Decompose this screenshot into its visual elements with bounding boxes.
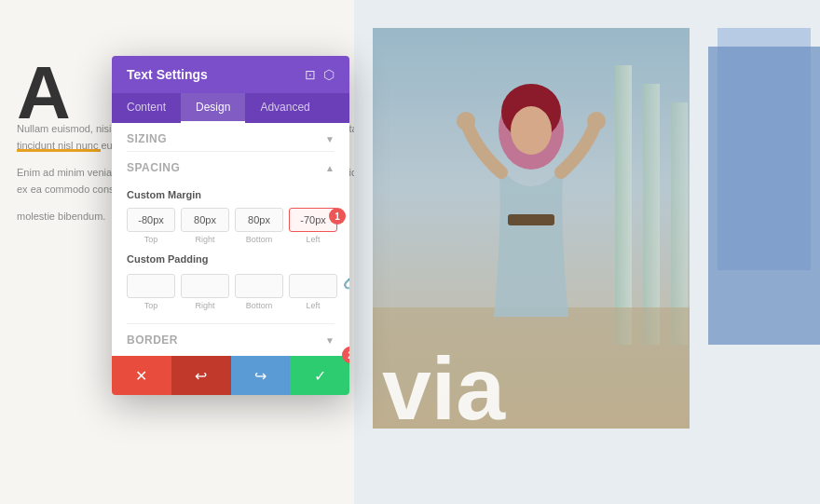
padding-top-group: Top: [127, 274, 175, 310]
margin-left-label: Left: [306, 235, 320, 244]
spacing-label: Spacing: [127, 161, 180, 174]
sizing-label: Sizing: [127, 132, 167, 145]
link-padding-icon[interactable]: 🔗: [343, 272, 349, 310]
border-label: Border: [127, 334, 178, 347]
modal-tabs: Content Design Advanced: [112, 93, 349, 123]
modal-body: Sizing ▼ Spacing ▲ Custom Margin Top Rig…: [112, 123, 349, 356]
modal-toolbar: ✕ ↩ ↪ ✓ 2: [112, 356, 349, 395]
svg-point-9: [587, 112, 606, 130]
spacing-chevron: ▲: [325, 163, 335, 173]
margin-row: Top Right Bottom Left 1: [127, 208, 335, 244]
svg-text:via: via: [382, 339, 506, 429]
tab-content[interactable]: Content: [112, 93, 181, 123]
padding-left-group: Left: [289, 274, 337, 310]
padding-right-input[interactable]: [181, 274, 229, 298]
custom-padding-label: Custom Padding: [127, 253, 335, 265]
margin-right-label: Right: [195, 235, 214, 244]
padding-left-label: Left: [306, 301, 320, 310]
svg-point-10: [511, 106, 552, 155]
margin-right-input[interactable]: [181, 208, 229, 232]
padding-row: Top Right Bottom Left 🔗: [127, 272, 335, 310]
expand-icon[interactable]: ⬡: [323, 67, 335, 82]
custom-margin-label: Custom Margin: [127, 189, 335, 200]
padding-top-input[interactable]: [127, 274, 175, 298]
blue-rect: [708, 47, 820, 345]
modal-header: Text Settings ⊡ ⬡: [112, 56, 349, 93]
large-letter: A: [17, 56, 71, 130]
photo-container: via: [373, 28, 690, 429]
text-settings-modal: Text Settings ⊡ ⬡ Content Design Advance…: [112, 56, 349, 395]
cancel-button[interactable]: ✕: [112, 356, 171, 395]
margin-right-group: Right: [181, 208, 229, 244]
spacing-content: Custom Margin Top Right Bottom Left: [112, 180, 349, 323]
tab-advanced[interactable]: Advanced: [245, 93, 324, 123]
svg-point-8: [457, 112, 475, 130]
padding-right-label: Right: [195, 301, 214, 310]
badge-1: 1: [329, 208, 346, 225]
right-panel: via: [354, 0, 820, 504]
padding-bottom-group: Bottom: [235, 274, 283, 310]
spacing-section-header[interactable]: Spacing ▲: [112, 152, 349, 180]
redo-button[interactable]: ↪: [231, 356, 291, 395]
margin-top-input[interactable]: [127, 208, 175, 232]
modal-title: Text Settings: [127, 67, 208, 82]
padding-left-input[interactable]: [289, 274, 337, 298]
border-chevron: ▼: [325, 335, 335, 346]
save-wrapper: ✓ 2: [290, 356, 349, 395]
margin-bottom-group: Bottom: [235, 208, 283, 244]
sizing-chevron: ▼: [325, 134, 335, 144]
margin-bottom-label: Bottom: [246, 235, 273, 244]
padding-bottom-input[interactable]: [235, 274, 283, 298]
tab-design[interactable]: Design: [181, 93, 245, 123]
margin-top-group: Top: [127, 208, 175, 244]
sizing-section-header[interactable]: Sizing ▼: [112, 123, 349, 151]
undo-button[interactable]: ↩: [171, 356, 231, 395]
padding-top-label: Top: [144, 301, 158, 310]
minimize-icon[interactable]: ⊡: [305, 67, 316, 82]
margin-bottom-input[interactable]: [235, 208, 283, 232]
svg-rect-2: [643, 84, 660, 345]
padding-right-group: Right: [181, 274, 229, 310]
photo: via: [373, 28, 690, 429]
save-button[interactable]: ✓: [290, 356, 349, 395]
svg-rect-1: [615, 65, 632, 345]
margin-top-label: Top: [144, 235, 158, 244]
padding-bottom-label: Bottom: [246, 301, 273, 310]
svg-rect-7: [508, 214, 554, 225]
border-section-header[interactable]: Border ▼: [112, 324, 349, 356]
modal-header-icons: ⊡ ⬡: [305, 67, 335, 82]
